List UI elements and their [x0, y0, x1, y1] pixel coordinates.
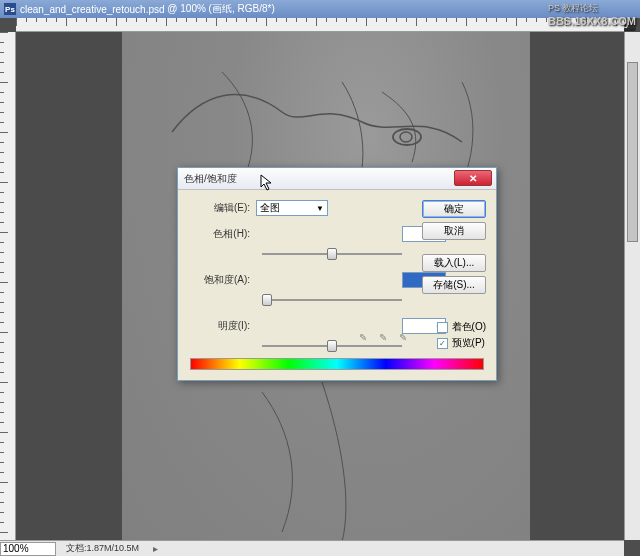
cancel-button[interactable]: 取消: [422, 222, 486, 240]
eyedropper-add-icon[interactable]: ✎: [376, 330, 390, 344]
scrollbar-vertical[interactable]: [624, 32, 640, 540]
slider-handle[interactable]: [262, 294, 272, 306]
highpass-sketch-lower: [242, 382, 442, 540]
edit-label: 编辑(E):: [190, 201, 250, 215]
ruler-horizontal[interactable]: [16, 18, 624, 32]
chevron-down-icon: ▼: [316, 204, 324, 213]
slider-handle[interactable]: [327, 340, 337, 352]
edit-range-combo[interactable]: 全图 ▼: [256, 200, 328, 216]
eyedropper-icon[interactable]: ✎: [356, 330, 370, 344]
spectrum-bar[interactable]: [190, 358, 484, 370]
slider-label: 饱和度(A):: [190, 273, 250, 287]
dialog-title-bar[interactable]: 色相/饱和度 ✕: [178, 168, 496, 190]
dialog-title: 色相/饱和度: [184, 172, 237, 186]
scrollbar-v-thumb[interactable]: [627, 62, 638, 242]
close-button[interactable]: ✕: [454, 170, 492, 186]
document-mode-suffix: @ 100% (画纸, RGB/8*): [167, 2, 274, 16]
document-filename: clean_and_creative_retouch.psd: [20, 4, 165, 15]
slider-handle[interactable]: [327, 248, 337, 260]
hue-saturation-dialog: 色相/饱和度 ✕ 编辑(E): 全图 ▼ 色相(H):0饱和度(A):-100明…: [177, 167, 497, 381]
preview-checkbox[interactable]: ✓ 预览(P): [437, 336, 486, 350]
save-button[interactable]: 存储(S)...: [422, 276, 486, 294]
ps-file-icon: Ps: [4, 3, 16, 15]
colorize-checkbox[interactable]: 着色(O): [437, 320, 486, 334]
app-title-bar: Ps clean_and_creative_retouch.psd @ 100%…: [0, 0, 640, 18]
doc-size-readout: 文档:1.87M/10.5M: [56, 542, 149, 555]
load-button[interactable]: 载入(L)...: [422, 254, 486, 272]
eyedropper-subtract-icon[interactable]: ✎: [396, 330, 410, 344]
slider-track[interactable]: [262, 292, 402, 308]
eyedropper-group: ✎ ✎ ✎: [356, 330, 410, 344]
ok-button[interactable]: 确定: [422, 200, 486, 218]
watermark: PS 教程论坛 BBS.16XX8.COM: [548, 2, 636, 27]
close-icon: ✕: [469, 173, 477, 184]
chevron-right-icon[interactable]: ▸: [153, 543, 158, 554]
slider-label: 色相(H):: [190, 227, 250, 241]
slider-label: 明度(I):: [190, 319, 250, 333]
checkbox-box: [437, 322, 448, 333]
slider-track[interactable]: [262, 246, 402, 262]
status-bar: 100% 文档:1.87M/10.5M ▸: [0, 540, 624, 556]
checkbox-box: ✓: [437, 338, 448, 349]
zoom-level-input[interactable]: 100%: [0, 542, 56, 556]
ruler-vertical[interactable]: [0, 32, 16, 540]
